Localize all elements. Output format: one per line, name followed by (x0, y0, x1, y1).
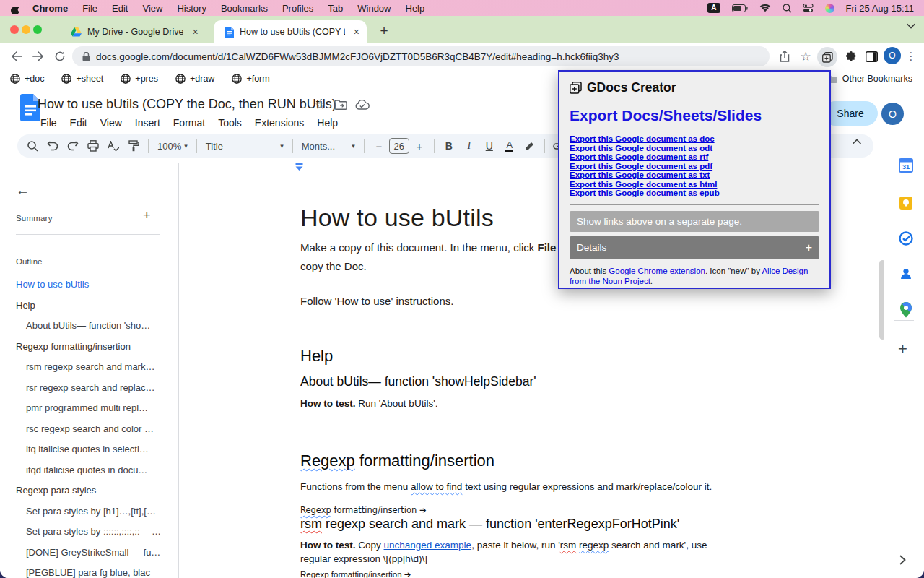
tab-close-icon[interactable]: × (354, 26, 359, 38)
docs-menu-insert[interactable]: Insert (128, 116, 167, 130)
export-html-link[interactable]: Export this Google document as html (570, 180, 819, 189)
get-addons-button[interactable]: + (898, 340, 907, 358)
show-side-panel-chevron-icon[interactable] (899, 555, 906, 565)
menubar-app-name[interactable]: Chrome (25, 3, 75, 14)
share-button[interactable]: Share (823, 101, 878, 126)
menubar-item-profiles[interactable]: Profiles (275, 3, 321, 14)
other-bookmarks-button[interactable]: Other Bookmarks (826, 74, 912, 84)
move-folder-icon[interactable] (334, 100, 347, 110)
doc-paragraph[interactable]: Follow 'How to use' instructions. (300, 295, 453, 307)
export-doc-link[interactable]: Export this Google document as doc (570, 134, 819, 144)
chrome-menu-icon[interactable]: ⋮ (904, 47, 918, 66)
doc-title-heading[interactable]: How to use bUtils (300, 204, 494, 232)
outline-item[interactable]: –How to use bUtils (0, 275, 178, 296)
bookmark-pres[interactable]: +pres (121, 74, 158, 84)
doc-subheading-rsm[interactable]: rsm regexp search and mark — function 'e… (300, 517, 679, 532)
outline-item[interactable]: itq italicise quotes in selecti… (0, 439, 178, 460)
spotlight-search-icon[interactable] (783, 4, 792, 13)
close-window-button[interactable] (10, 25, 19, 34)
ruler-indent-marker[interactable] (295, 163, 304, 172)
menubar-item-history[interactable]: History (170, 3, 213, 14)
minimize-window-button[interactable] (22, 25, 30, 34)
doc-link[interactable]: unchanged example (384, 540, 472, 551)
export-txt-link[interactable]: Export this Google document as txt (570, 171, 819, 180)
export-odt-link[interactable]: Export this Google document as odt (570, 144, 819, 153)
chrome-profile-avatar[interactable]: O (884, 47, 901, 64)
font-size-input[interactable]: 26 (389, 138, 409, 154)
print-icon[interactable] (84, 137, 103, 155)
outline-item[interactable]: rsr regexp search and replac… (0, 378, 178, 399)
url-input[interactable]: docs.google.com/document/d/1CalWZD6FWw53… (72, 46, 770, 66)
outline-item[interactable]: itqd italicise quotes in docu… (0, 460, 178, 481)
docs-menu-view[interactable]: View (94, 116, 128, 130)
bookmark-star-icon[interactable]: ☆ (797, 47, 814, 66)
underline-button[interactable]: U (480, 137, 499, 155)
redo-icon[interactable] (64, 137, 82, 155)
outline-item[interactable]: rsm regexp search and mark… (0, 357, 178, 378)
google-tasks-icon[interactable] (898, 230, 914, 246)
outline-item[interactable]: rsc regexp search and color … (0, 419, 178, 440)
outline-item[interactable]: Set para styles by ::::::,::::,:: —… (0, 522, 178, 543)
side-panel-icon[interactable] (862, 47, 881, 66)
google-calendar-icon[interactable]: 31 (898, 158, 914, 173)
star-document-icon[interactable]: ☆ (315, 98, 326, 113)
doc-paragraph[interactable]: Functions from the menu allow to find te… (300, 481, 748, 492)
apple-icon[interactable] (9, 3, 25, 14)
increase-font-size-button[interactable]: + (410, 137, 429, 155)
outline-item[interactable]: About bUtils— function 'sho… (0, 316, 178, 337)
zoom-window-button[interactable] (33, 25, 42, 34)
undo-icon[interactable] (43, 137, 62, 155)
font-family-select[interactable]: Monts... ▾ (297, 141, 359, 152)
tab-close-icon[interactable]: × (192, 26, 198, 38)
docs-profile-avatar[interactable]: O (881, 103, 904, 125)
outline-item[interactable]: [PEGBLUE] para fg blue, blac (0, 563, 178, 578)
doc-crossref-line[interactable]: Regexp formatting/insertion ➔ (300, 505, 427, 515)
export-rtf-link[interactable]: Export this Google document as rtf (570, 152, 819, 162)
spellcheck-icon[interactable] (104, 137, 123, 155)
outline-item[interactable]: Help (0, 296, 178, 316)
menubar-item-help[interactable]: Help (398, 3, 432, 14)
google-maps-icon[interactable] (898, 302, 914, 318)
menubar-item-edit[interactable]: Edit (105, 3, 135, 14)
battery-icon[interactable] (732, 4, 748, 12)
text-color-button[interactable]: A (500, 137, 519, 155)
export-epub-link[interactable]: Export this Google document as epub (570, 189, 819, 198)
lock-icon[interactable] (82, 52, 90, 61)
google-keep-icon[interactable] (898, 195, 914, 211)
paint-format-icon[interactable] (124, 137, 143, 155)
close-outline-icon[interactable]: ← (16, 183, 30, 199)
search-menus-icon[interactable] (23, 137, 42, 155)
bookmark-doc[interactable]: +doc (10, 74, 44, 84)
doc-subheading-about[interactable]: About bUtils— function 'showHelpSidebar' (300, 374, 536, 389)
outline-item[interactable]: Regexp para styles (0, 480, 178, 501)
chrome-extension-link[interactable]: Google Chrome extension (609, 267, 705, 275)
menubar-item-window[interactable]: Window (350, 3, 398, 14)
add-summary-button[interactable]: + (143, 208, 151, 223)
doc-heading-regexp[interactable]: Regexp formatting/insertion (300, 452, 494, 470)
bookmark-form[interactable]: +form (232, 74, 269, 84)
italic-button[interactable]: I (460, 137, 479, 155)
docs-menu-help[interactable]: Help (310, 116, 344, 130)
doc-paragraph[interactable]: How to test. Copy unchanged example, pas… (300, 539, 731, 566)
input-source-icon[interactable]: A (707, 3, 720, 13)
separate-page-button[interactable]: Show links above on a separate page. (570, 211, 819, 232)
outline-item[interactable]: Set para styles by [h1]…,[tt],[… (0, 501, 178, 522)
menubar-clock[interactable]: Fri 25 Aug 15:11 (846, 3, 914, 14)
back-icon[interactable] (9, 48, 25, 64)
docs-menu-tools[interactable]: Tools (212, 116, 248, 130)
control-center-icon[interactable] (803, 4, 814, 12)
docs-menu-edit[interactable]: Edit (64, 116, 94, 130)
share-page-icon[interactable] (776, 47, 793, 66)
doc-paragraph[interactable]: How to test. Run 'About bUtils'. (300, 398, 437, 409)
outline-item[interactable]: Regexp formatting/insertion (0, 337, 178, 358)
export-pdf-link[interactable]: Export this Google document as pdf (570, 162, 819, 171)
menubar-item-tab[interactable]: Tab (321, 3, 350, 14)
google-contacts-icon[interactable] (898, 266, 914, 282)
cloud-saved-icon[interactable] (355, 100, 370, 110)
paragraph-style-select[interactable]: Title ▾ (201, 141, 288, 152)
document-title[interactable]: How to use bUtils (COPY the Doc, then RU… (38, 97, 336, 112)
decrease-font-size-button[interactable]: − (370, 137, 388, 155)
new-tab-button[interactable]: + (374, 21, 394, 41)
extensions-puzzle-icon[interactable] (842, 47, 860, 66)
gdocs-creator-extension-icon[interactable] (817, 47, 837, 67)
